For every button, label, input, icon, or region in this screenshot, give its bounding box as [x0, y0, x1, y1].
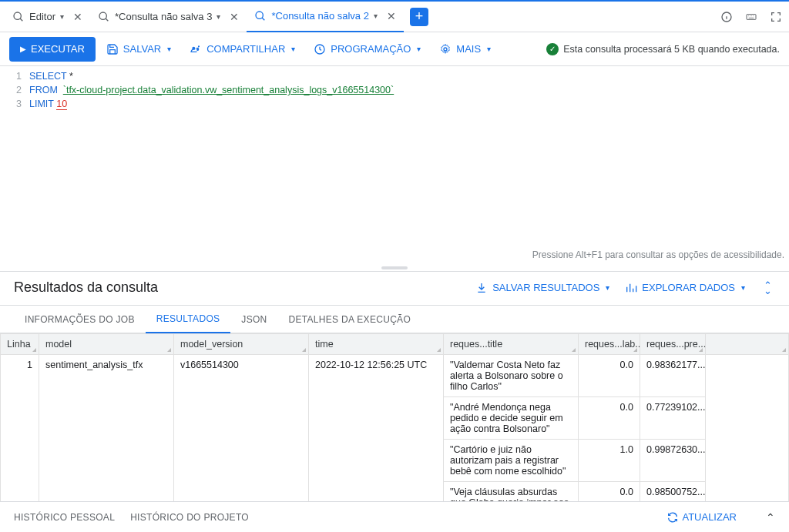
sql-editor[interactable]: 1 2 3 SELECT * FROM `tfx-cloud-project.d… — [0, 66, 789, 265]
save-icon — [106, 43, 119, 55]
caret-down-icon: ▾ — [417, 45, 421, 53]
save-label: SALVAR — [123, 43, 161, 55]
keyboard-icon[interactable] — [744, 10, 758, 24]
results-title: Resultados da consulta — [14, 279, 468, 296]
tab-results[interactable]: RESULTADOS — [146, 306, 231, 333]
chevron-up-icon[interactable]: ⌃ — [766, 511, 775, 524]
svg-point-1 — [99, 12, 106, 19]
caret-down-icon: ▾ — [291, 45, 295, 53]
run-button[interactable]: EXECUTAR — [9, 37, 96, 62]
results-tabs: INFORMAÇÕES DO JOB RESULTADOS JSON DETAL… — [0, 306, 789, 333]
clock-icon — [314, 43, 326, 55]
fullscreen-icon[interactable] — [769, 10, 783, 24]
table-row: 1 sentiment_analysis_tfx v1665514300 202… — [1, 355, 789, 397]
caret-down-icon: ▾ — [606, 283, 609, 292]
save-button[interactable]: SALVAR▾ — [99, 37, 179, 62]
tab-job-info[interactable]: INFORMAÇÕES DO JOB — [14, 306, 146, 333]
caret-down-icon: ▾ — [217, 12, 220, 21]
results-pane: Resultados da consulta SALVAR RESULTADOS… — [0, 272, 789, 501]
caret-down-icon: ▾ — [60, 12, 64, 21]
more-label: MAIS — [456, 43, 481, 55]
refresh-button[interactable]: ATUALIZAR — [662, 507, 741, 528]
svg-point-8 — [444, 48, 447, 51]
schedule-button[interactable]: PROGRAMAÇÃO▾ — [306, 37, 428, 62]
save-results-label: SALVAR RESULTADOS — [492, 282, 599, 293]
tab-exec-details[interactable]: DETALHES DA EXECUÇÃO — [278, 306, 421, 333]
more-button[interactable]: MAIS▾ — [431, 37, 499, 62]
caret-down-icon: ▾ — [741, 283, 745, 292]
query-status: Esta consulta processará 5 KB quando exe… — [546, 43, 780, 55]
query-icon — [254, 10, 267, 22]
tab-unsaved-2[interactable]: *Consulta não salva 2 ▾ ✕ — [247, 2, 403, 32]
refresh-icon — [666, 511, 679, 524]
tab-personal-history[interactable]: HISTÓRICO PESSOAL — [14, 512, 115, 523]
th-empty — [706, 334, 789, 355]
tab-label: *Consulta não salva 2 — [271, 10, 368, 22]
gear-icon — [439, 43, 452, 55]
editor-tabbar: Editor ▾ ✕ *Consulta não salva 3 ▾ ✕ *Co… — [0, 2, 789, 32]
new-tab-button[interactable]: + — [410, 8, 428, 26]
code-content[interactable]: SELECT * FROM `tfx-cloud-project.data_va… — [29, 69, 394, 253]
svg-point-2 — [256, 12, 263, 18]
th-row[interactable]: Linha — [1, 334, 39, 355]
share-icon — [190, 43, 202, 55]
line-gutter: 1 2 3 — [0, 69, 29, 253]
info-icon[interactable] — [720, 10, 734, 24]
accessibility-hint: Pressione Alt+F1 para consultar as opçõe… — [532, 249, 784, 260]
results-table: Linha model model_version time reques...… — [0, 333, 789, 501]
close-icon[interactable]: ✕ — [387, 10, 396, 22]
tab-unsaved-3[interactable]: *Consulta não salva 3 ▾ ✕ — [90, 2, 247, 32]
th-lab[interactable]: reques...lab... — [579, 334, 640, 355]
tab-editor[interactable]: Editor ▾ ✕ — [5, 2, 90, 32]
split-handle[interactable] — [0, 265, 789, 271]
th-model-version[interactable]: model_version — [174, 334, 309, 355]
expand-toggle-icon[interactable]: ⌃⌄ — [760, 283, 775, 293]
th-time[interactable]: time — [309, 334, 444, 355]
tab-label: Editor — [29, 11, 55, 22]
save-results-button[interactable]: SALVAR RESULTADOS ▾ — [468, 282, 617, 294]
schedule-label: PROGRAMAÇÃO — [331, 43, 411, 55]
caret-down-icon: ▾ — [167, 45, 171, 53]
close-icon[interactable]: ✕ — [230, 11, 239, 23]
explore-data-button[interactable]: EXPLORAR DADOS ▾ — [617, 282, 753, 294]
refresh-label: ATUALIZAR — [682, 511, 737, 523]
close-icon[interactable]: ✕ — [73, 11, 82, 23]
bottom-bar: HISTÓRICO PESSOAL HISTÓRICO DO PROJETO A… — [0, 501, 789, 532]
svg-point-0 — [14, 12, 21, 19]
query-icon — [12, 11, 25, 23]
th-pre[interactable]: reques...pre... — [640, 334, 706, 355]
bq-editor-root: Editor ▾ ✕ *Consulta não salva 3 ▾ ✕ *Co… — [0, 0, 789, 532]
caret-down-icon: ▾ — [374, 12, 378, 20]
th-title[interactable]: reques...title — [444, 334, 579, 355]
th-model[interactable]: model — [39, 334, 174, 355]
tab-json[interactable]: JSON — [230, 306, 277, 333]
share-label: COMPARTILHAR — [206, 43, 285, 55]
chart-icon — [625, 282, 637, 294]
caret-down-icon: ▾ — [487, 45, 491, 53]
download-icon — [475, 282, 488, 294]
svg-rect-4 — [747, 15, 756, 20]
query-icon — [98, 11, 110, 23]
tab-project-history[interactable]: HISTÓRICO DO PROJETO — [130, 512, 249, 523]
tab-label: *Consulta não salva 3 — [115, 11, 212, 22]
explore-data-label: EXPLORAR DADOS — [642, 282, 735, 293]
share-button[interactable]: COMPARTILHAR▾ — [182, 37, 303, 62]
editor-toolbar: EXECUTAR SALVAR▾ COMPARTILHAR▾ PROGRAMAÇ… — [0, 32, 789, 66]
results-table-wrapper[interactable]: Linha model model_version time reques...… — [0, 333, 789, 501]
